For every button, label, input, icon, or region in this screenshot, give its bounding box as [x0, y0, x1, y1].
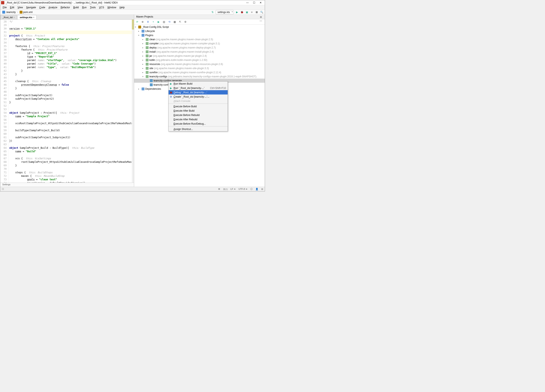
code-line[interactable] [9, 167, 133, 171]
structure-icon[interactable]: ⊞ [255, 10, 259, 14]
expand-icon[interactable]: ▸ [142, 55, 145, 57]
line-separator[interactable]: LF ≑ [230, 188, 236, 190]
code-line[interactable]: mavenVersion = defaultProvidedVersion() [9, 181, 133, 183]
code-line[interactable] [9, 143, 133, 146]
indicator-icon[interactable]: ⓘ [250, 188, 253, 191]
expand-icon[interactable]: ▸ [142, 59, 145, 61]
code-line[interactable]: maven { this: MavenBuildStep [9, 174, 133, 178]
code-line[interactable] [9, 125, 133, 129]
code-line[interactable]: buildType(SampleProject_Build) [9, 129, 133, 132]
code-area[interactable]: */ version = "2018.1" project { this: Pr… [8, 20, 134, 183]
maven-settings-icon[interactable]: ⚙ [184, 20, 187, 24]
execute-goal-icon[interactable]: ▤ [162, 20, 166, 24]
code-line[interactable]: type = "ReportTab" [9, 55, 133, 59]
code-line[interactable]: name = "Sample Project" [9, 115, 133, 118]
close-tab-icon[interactable]: × [33, 16, 34, 18]
maven-plugin-jar[interactable]: ▸jar (org.apache.maven.plugins:maven-jar… [134, 54, 265, 58]
context-menu-item[interactable]: 🐞Debug '_Root_dsl [teamcity-...' [169, 90, 228, 94]
run-button[interactable]: ▶ [235, 10, 239, 14]
code-line[interactable]: param( name: "startPage", value: "covera… [9, 59, 133, 62]
context-menu-item[interactable]: ⚙Create '_Root_dsl [teamcity-...'... [169, 94, 228, 99]
code-line[interactable]: } [9, 87, 133, 90]
code-line[interactable]: vcs { this: VcsSettings [9, 157, 133, 160]
expand-icon[interactable]: ▾ [135, 26, 137, 28]
menu-file[interactable]: File [1, 6, 8, 9]
context-menu-item[interactable]: Execute After Rebuild [169, 117, 228, 122]
close-tab-icon[interactable]: × [14, 16, 15, 18]
panel-settings-icon[interactable]: ⚙ [259, 15, 263, 19]
code-line[interactable]: } [9, 73, 133, 76]
show-dependencies-icon[interactable]: ▦ [173, 20, 177, 24]
maven-plugin-surefire[interactable]: ▸surefire (org.apache.maven.plugins:mave… [134, 70, 265, 74]
memory-icon[interactable]: ⊟ [261, 188, 263, 190]
code-line[interactable]: root(SampleProject_HttpsGithubComJuliaAl… [9, 160, 133, 164]
menu-navigate[interactable]: Navigate [25, 6, 37, 9]
code-line[interactable]: */ [9, 20, 133, 24]
expand-icon[interactable]: ▾ [142, 75, 145, 78]
menu-view[interactable]: View [16, 6, 25, 9]
context-menu-item[interactable]: Execute Before Build [169, 104, 228, 109]
maven-plugin-site[interactable]: ▸site (org.apache.maven.plugins:maven-si… [134, 66, 265, 70]
code-line[interactable]: goals = "clean test" [9, 178, 133, 181]
code-line[interactable]: preventDependencyCleanup = false [9, 83, 133, 87]
code-line[interactable]: features { this: ProjectFeatures [9, 45, 133, 48]
context-menu-item[interactable]: ▶Run '_Root_dsl [teamcity-...'Ctrl+Shift… [169, 86, 228, 90]
menu-code[interactable]: Code [37, 6, 47, 9]
expand-icon[interactable]: ▸ [142, 47, 145, 49]
menu-build[interactable]: Build [72, 6, 81, 9]
expand-icon[interactable]: ▸ [138, 30, 141, 32]
toggle-offline-icon[interactable]: ⟲ [167, 20, 171, 24]
code-line[interactable]: cleanup { this: Cleanup [9, 80, 133, 83]
file-encoding[interactable]: UTF-8 ≑ [239, 188, 248, 190]
statusbar-left[interactable]: ☐ [2, 188, 4, 190]
code-line[interactable]: object SampleProject : Project({ this: P… [9, 111, 133, 115]
code-line[interactable] [9, 153, 133, 157]
maven-plugin-install[interactable]: ▸install (org.apache.maven.plugins:maven… [134, 50, 265, 54]
expand-icon[interactable]: ▸ [142, 43, 145, 45]
maven-plugin-deploy[interactable]: ▸deploy (org.apache.maven.plugins:maven-… [134, 46, 265, 50]
maven-root[interactable]: ▾_Root Config DSL Script [134, 25, 265, 29]
close-button[interactable]: ✕ [259, 1, 262, 4]
expand-icon[interactable]: ▸ [142, 71, 145, 74]
code-line[interactable]: } [9, 164, 133, 167]
code-line[interactable] [9, 24, 133, 27]
menu-refactor[interactable]: Refactor [59, 6, 72, 9]
code-line[interactable]: object SampleProject_Build : BuildType({… [9, 146, 133, 150]
menu-window[interactable]: Window [106, 6, 118, 9]
code-line[interactable]: } [9, 101, 133, 104]
code-line[interactable] [9, 76, 133, 80]
breadcrumb-item[interactable]: .teamcity [1, 10, 17, 14]
code-line[interactable]: subProject(SampleProject2) [9, 97, 133, 101]
maven-plugin-kotlin[interactable]: ▸kotlin (org.jetbrains.kotlin:kotlin-mav… [134, 58, 265, 62]
code-line[interactable]: }) [9, 139, 133, 143]
code-line[interactable] [9, 31, 133, 34]
maven-plugin-compiler[interactable]: ▸compiler (org.apache.maven.plugins:mave… [134, 42, 265, 46]
collapse-icon[interactable]: ⇱ [178, 20, 182, 24]
code-line[interactable]: description = "Contains all other projec… [9, 37, 133, 41]
code-line[interactable]: subProject(SampleProject) [9, 94, 133, 97]
code-line[interactable]: name = "Build" [9, 150, 133, 153]
code-line[interactable]: } [9, 69, 133, 73]
expand-icon[interactable]: ▸ [142, 63, 145, 65]
expand-icon[interactable]: ▸ [142, 38, 145, 40]
code-line[interactable] [9, 118, 133, 122]
code-line[interactable]: steps { this: BuildSteps [9, 171, 133, 174]
code-line[interactable]: param( name: "type", value: "BuildReport… [9, 66, 133, 69]
sync-icon[interactable]: ⇅ [211, 10, 214, 14]
expand-icon[interactable]: ▸ [138, 88, 141, 90]
breadcrumb-item[interactable]: pom.xml [19, 10, 33, 14]
maven-plugin-teamcity-configs[interactable]: ▾teamcity-configs (org.jetbrains.teamcit… [134, 74, 265, 79]
code-line[interactable] [9, 90, 133, 94]
download-icon[interactable]: ⬇ [146, 20, 150, 24]
menu-tools[interactable]: Tools [88, 6, 97, 9]
add-icon[interactable]: + [151, 20, 155, 24]
editor-tab[interactable]: settings.kts× [17, 15, 37, 19]
status-settings-icon[interactable]: ⚙ [218, 188, 220, 190]
context-menu-item[interactable]: ▶Run Maven Build [169, 81, 228, 86]
run-maven-icon[interactable]: ▶ [157, 20, 161, 24]
caret-position[interactable]: 31:1 [223, 188, 227, 190]
menu-vcs[interactable]: VCS [97, 6, 106, 9]
code-editor[interactable]: 2829303132333435363738394041424344454647… [0, 20, 134, 183]
maven-plugins[interactable]: ▾Plugins [134, 33, 265, 37]
maven-plugin-resources[interactable]: ▸resources (org.apache.maven.plugins:mav… [134, 62, 265, 66]
